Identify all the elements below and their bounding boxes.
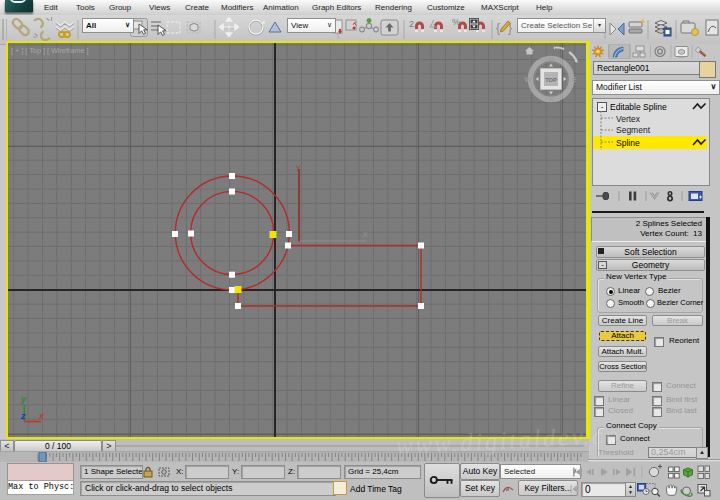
- svg-text:W: W: [524, 75, 532, 84]
- svg-text:x: x: [38, 411, 45, 421]
- svg-text:N: N: [548, 55, 553, 64]
- svg-text:%: %: [452, 17, 460, 27]
- svg-text:TOP: TOP: [545, 77, 557, 83]
- svg-text:2: 2: [409, 19, 414, 29]
- svg-text:E: E: [571, 75, 576, 84]
- svg-text:y: y: [296, 162, 300, 171]
- svg-text:{: {: [496, 21, 500, 35]
- svg-text:S: S: [548, 94, 553, 103]
- svg-text:y: y: [20, 394, 27, 404]
- svg-text:x: x: [363, 229, 368, 239]
- svg-text:z: z: [20, 411, 26, 421]
